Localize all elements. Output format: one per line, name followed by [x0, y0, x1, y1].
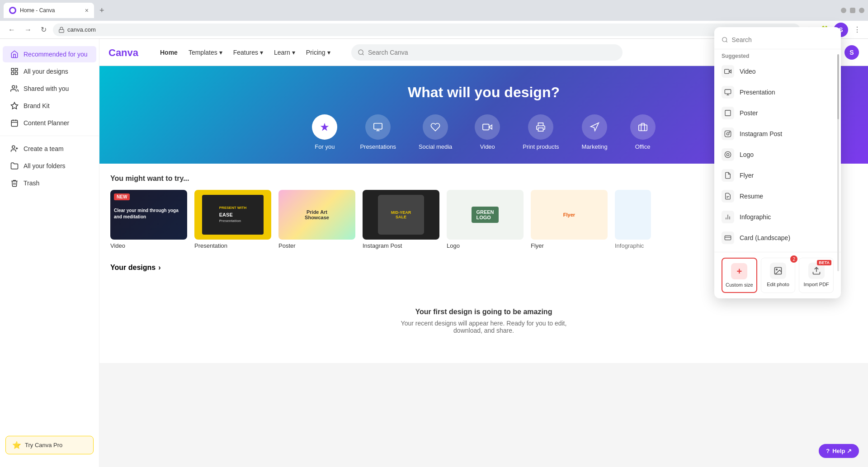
hero-icon-presentations[interactable]: Presentations — [360, 114, 396, 150]
browser-tab[interactable]: Home - Canva × — [4, 3, 94, 18]
dropdown-item-resume[interactable]: Resume — [714, 186, 841, 207]
svg-point-0 — [10, 8, 15, 13]
card-instagram[interactable]: MID-YEARSALE Instagram Post — [363, 190, 439, 249]
edit-photo-label: Edit photo — [767, 282, 789, 287]
dropdown-item-presentation[interactable]: Presentation — [714, 82, 841, 103]
card-logo[interactable]: GREENLOGO Logo — [447, 190, 524, 249]
dropdown-suggested-label: Suggested — [714, 49, 841, 61]
sidebar-item-all-designs[interactable]: All your designs — [3, 63, 96, 80]
dropdown-search-area[interactable] — [714, 33, 841, 49]
maximize-button[interactable] — [850, 8, 855, 13]
hero-icon-for-you[interactable]: For you — [312, 114, 337, 150]
help-widget[interactable]: ? Help ↗ — [819, 444, 859, 458]
nav-pricing[interactable]: Pricing ▾ — [302, 46, 335, 59]
card-poster[interactable]: Pride Art Showcase Poster — [278, 190, 355, 249]
user-avatar[interactable]: S — [844, 45, 859, 60]
dropdown-item-poster[interactable]: Poster — [714, 103, 841, 123]
dropdown-item-video[interactable]: Video — [714, 61, 841, 82]
try-pro-label: Try Canva Pro — [25, 442, 62, 448]
dropdown-import-pdf[interactable]: Import PDF BETA — [799, 258, 834, 293]
dropdown-instagram-icon — [722, 127, 734, 140]
search-input[interactable] — [368, 49, 616, 56]
hero-icon-video[interactable]: Video — [475, 114, 500, 150]
card-infographic[interactable]: Infographic — [615, 190, 651, 249]
card-presentation[interactable]: PRESENT WITH EASE Presentation Presentat… — [194, 190, 271, 249]
dropdown-item-logo[interactable]: Logo — [714, 144, 841, 165]
pricing-chevron-icon: ▾ — [327, 49, 330, 56]
hero-icon-social[interactable]: Social media — [419, 114, 452, 150]
sidebar-label-trash: Trash — [24, 179, 39, 187]
office-icon-circle — [630, 114, 656, 140]
templates-chevron-icon: ▾ — [219, 49, 222, 56]
svg-rect-24 — [638, 125, 646, 131]
canva-wordmark: Canva — [108, 46, 145, 59]
nav-features[interactable]: Features ▾ — [229, 46, 268, 59]
empty-designs-title: Your first design is going to be amazing — [128, 308, 839, 316]
refresh-button[interactable]: ↻ — [38, 24, 49, 36]
learn-chevron-icon: ▾ — [292, 49, 295, 56]
dropdown-search-input[interactable] — [732, 36, 834, 43]
nav-learn[interactable]: Learn ▾ — [269, 46, 300, 59]
dropdown-infographic-label: Infographic — [740, 213, 771, 221]
card-flyer-label: Flyer — [531, 242, 608, 249]
dropdown-item-instagram[interactable]: Instagram Post — [714, 123, 841, 144]
sidebar: Recommended for you All your designs Sha… — [0, 39, 99, 467]
close-window-button[interactable] — [859, 8, 864, 13]
svg-rect-22 — [483, 124, 489, 130]
new-badge-video: NEW — [114, 193, 130, 200]
dropdown-infographic-icon — [722, 211, 734, 223]
card-video-label: Video — [110, 242, 187, 249]
dropdown-custom-size[interactable]: + Custom size — [722, 258, 757, 293]
sidebar-item-folders[interactable]: All your folders — [3, 158, 96, 174]
sidebar-label-brand: Brand Kit — [24, 102, 50, 109]
sidebar-item-brand[interactable]: Brand Kit — [3, 98, 96, 114]
dropdown-item-card[interactable]: Card (Landscape) — [714, 227, 841, 248]
card-poster-img: Pride Art Showcase — [278, 190, 355, 240]
hero-icon-print[interactable]: Print products — [523, 114, 559, 150]
sparkle-icon — [320, 122, 330, 132]
sidebar-item-recommended[interactable]: Recommended for you — [3, 46, 96, 62]
back-button[interactable]: ← — [5, 24, 18, 36]
try-pro-button[interactable]: ⭐ Try Canva Pro — [5, 436, 94, 454]
megaphone-icon — [590, 122, 599, 132]
canva-logo[interactable]: Canva — [108, 46, 145, 59]
card-flyer[interactable]: Flyer Flyer — [531, 190, 608, 249]
card-video[interactable]: NEW Clear your mind through yoga and med… — [110, 190, 187, 249]
forward-button[interactable]: → — [22, 24, 34, 36]
svg-point-34 — [726, 132, 729, 135]
star-icon: ⭐ — [12, 441, 21, 449]
tab-close-button[interactable]: × — [85, 7, 89, 14]
nav-templates[interactable]: Templates ▾ — [184, 46, 227, 59]
nav-home[interactable]: Home — [156, 46, 182, 59]
dropdown-item-infographic[interactable]: Infographic — [714, 207, 841, 227]
sidebar-item-trash[interactable]: Trash — [3, 175, 96, 191]
svg-rect-28 — [725, 69, 729, 73]
svg-point-12 — [12, 146, 15, 148]
browser-menu-button[interactable]: ⋮ — [852, 24, 863, 36]
card-flyer-img: Flyer — [531, 190, 608, 240]
import-pdf-label: Import PDF — [804, 282, 829, 287]
search-bar[interactable] — [351, 44, 623, 61]
sidebar-item-create-team[interactable]: Create a team — [3, 141, 96, 157]
printer-icon — [536, 122, 546, 132]
hero-icon-marketing[interactable]: Marketing — [582, 114, 608, 150]
svg-rect-23 — [538, 128, 543, 131]
new-tab-button[interactable]: + — [98, 4, 106, 17]
dropdown-instagram-label: Instagram Post — [740, 130, 782, 137]
dropdown-item-flyer[interactable]: Flyer — [714, 165, 841, 186]
svg-rect-32 — [725, 110, 731, 116]
office-label: Office — [635, 143, 651, 150]
social-label: Social media — [419, 143, 452, 150]
minimize-button[interactable] — [841, 8, 846, 13]
sidebar-item-shared[interactable]: Shared with you — [3, 80, 96, 97]
dropdown-edit-photo[interactable]: Edit photo 2 — [761, 258, 796, 293]
sidebar-item-content-planner[interactable]: Content Planner — [3, 115, 96, 131]
video-camera-icon — [482, 122, 492, 132]
card-instagram-img: MID-YEARSALE — [363, 190, 439, 240]
hero-icon-office[interactable]: Office — [630, 114, 656, 150]
dropdown-video-icon — [722, 65, 734, 78]
sidebar-label-content-planner: Content Planner — [24, 119, 69, 127]
address-bar[interactable]: canva.com — [53, 24, 800, 36]
dropdown-scrollbar[interactable] — [837, 54, 839, 271]
svg-point-16 — [358, 50, 363, 54]
